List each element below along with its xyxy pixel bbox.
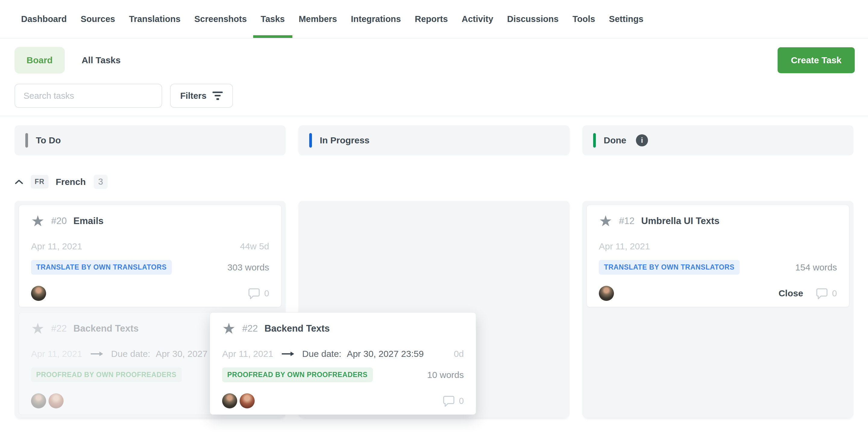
nav-item-translations[interactable]: Translations bbox=[129, 0, 181, 38]
star-icon[interactable]: ★ bbox=[31, 214, 44, 228]
avatar bbox=[49, 393, 64, 408]
comment-icon bbox=[247, 287, 260, 299]
nav-item-discussions[interactable]: Discussions bbox=[507, 0, 559, 38]
task-title: Backend Texts bbox=[73, 323, 139, 334]
star-icon: ★ bbox=[31, 322, 44, 336]
search-row: Filters bbox=[0, 73, 868, 108]
task-title: Backend Texts bbox=[265, 323, 330, 334]
task-id: #22 bbox=[242, 323, 258, 334]
word-count: 303 words bbox=[227, 262, 269, 273]
task-card-umbrella[interactable]: ★ #12 Umbrella UI Texts Apr 11, 2021 TRA… bbox=[587, 205, 849, 307]
avatar bbox=[240, 393, 255, 408]
task-id: #20 bbox=[51, 216, 67, 227]
task-id: #22 bbox=[51, 323, 67, 334]
word-count: 154 words bbox=[795, 262, 837, 273]
column-label: In Progress bbox=[320, 135, 370, 145]
close-action[interactable]: Close bbox=[778, 288, 803, 299]
task-duration: 0d bbox=[454, 349, 464, 359]
nav-item-activity[interactable]: Activity bbox=[462, 0, 493, 38]
filter-icon bbox=[213, 92, 223, 100]
language-code-badge: FR bbox=[31, 175, 49, 189]
word-count: 10 words bbox=[427, 370, 464, 380]
column-header-todo: To Do bbox=[14, 125, 286, 156]
comments[interactable]: 0 bbox=[442, 395, 464, 407]
assignee-avatars bbox=[222, 393, 255, 408]
in-progress-color-bar bbox=[309, 133, 312, 147]
column-headers: To Do In Progress Done i bbox=[0, 116, 868, 156]
tab-board[interactable]: Board bbox=[14, 47, 65, 73]
nav-item-screenshots[interactable]: Screenshots bbox=[194, 0, 247, 38]
task-date: Apr 11, 2021 bbox=[31, 241, 82, 251]
task-date: Apr 11, 2021 bbox=[31, 349, 82, 359]
arrow-right-icon bbox=[90, 351, 103, 357]
task-duration: 44w 5d bbox=[240, 241, 269, 251]
info-icon[interactable]: i bbox=[636, 134, 648, 146]
column-header-done: Done i bbox=[582, 125, 854, 156]
task-title: Umbrella UI Texts bbox=[641, 216, 720, 227]
todo-color-bar bbox=[25, 133, 28, 147]
avatar bbox=[222, 393, 237, 408]
language-group-row: FR French 3 bbox=[0, 156, 868, 189]
filters-label: Filters bbox=[180, 91, 207, 101]
language-name: French bbox=[56, 177, 86, 187]
task-type-badge: PROOFREAD BY OWN PROOFREADERS bbox=[222, 367, 373, 382]
comments[interactable]: 0 bbox=[815, 287, 837, 299]
task-id: #12 bbox=[619, 216, 635, 227]
search-input[interactable] bbox=[14, 84, 162, 108]
task-type-badge: TRANSLATE BY OWN TRANSLATORS bbox=[31, 260, 172, 275]
task-card-backend-dragged[interactable]: ★ #22 Backend Texts Apr 11, 2021 Due dat… bbox=[210, 312, 476, 415]
nav-item-settings[interactable]: Settings bbox=[609, 0, 644, 38]
chevron-up-icon[interactable] bbox=[14, 179, 24, 185]
assignee-avatars bbox=[31, 286, 46, 301]
nav-item-tools[interactable]: Tools bbox=[572, 0, 595, 38]
top-nav: Dashboard Sources Translations Screensho… bbox=[0, 0, 868, 39]
avatar bbox=[599, 286, 614, 301]
comments[interactable]: 0 bbox=[247, 287, 269, 299]
due-date-label: Due date: bbox=[111, 349, 150, 359]
nav-item-sources[interactable]: Sources bbox=[81, 0, 115, 38]
avatar bbox=[31, 286, 46, 301]
nav-item-integrations[interactable]: Integrations bbox=[351, 0, 401, 38]
column-label: To Do bbox=[36, 135, 61, 145]
comment-count: 0 bbox=[832, 289, 837, 299]
comment-count: 0 bbox=[459, 396, 464, 406]
lane-done: ★ #12 Umbrella UI Texts Apr 11, 2021 TRA… bbox=[582, 201, 854, 418]
nav-item-tasks[interactable]: Tasks bbox=[261, 0, 285, 38]
due-date-label: Due date: bbox=[302, 349, 341, 359]
star-icon[interactable]: ★ bbox=[222, 322, 236, 336]
task-date: Apr 11, 2021 bbox=[599, 241, 650, 251]
task-date: Apr 11, 2021 bbox=[222, 349, 273, 359]
board-lanes: ★ #20 Emails Apr 11, 2021 44w 5d TRANSLA… bbox=[14, 201, 854, 418]
comment-count: 0 bbox=[264, 289, 269, 299]
nav-item-reports[interactable]: Reports bbox=[415, 0, 448, 38]
assignee-avatars bbox=[31, 393, 64, 408]
task-title: Emails bbox=[73, 216, 104, 227]
task-type-badge: TRANSLATE BY OWN TRANSLATORS bbox=[599, 260, 740, 275]
tab-all-tasks[interactable]: All Tasks bbox=[82, 55, 121, 65]
filters-button[interactable]: Filters bbox=[170, 84, 233, 108]
nav-item-members[interactable]: Members bbox=[299, 0, 337, 38]
column-header-in-progress: In Progress bbox=[299, 125, 569, 156]
comment-icon bbox=[442, 395, 455, 407]
task-card-emails[interactable]: ★ #20 Emails Apr 11, 2021 44w 5d TRANSLA… bbox=[19, 205, 281, 307]
assignee-avatars bbox=[599, 286, 614, 301]
arrow-right-icon bbox=[281, 351, 294, 357]
nav-item-dashboard[interactable]: Dashboard bbox=[21, 0, 67, 38]
star-icon[interactable]: ★ bbox=[599, 214, 613, 228]
avatar bbox=[31, 393, 46, 408]
due-date-value: Apr 30, 2027 23:59 bbox=[347, 349, 424, 359]
task-type-badge: PROOFREAD BY OWN PROOFREADERS bbox=[31, 367, 182, 382]
create-task-button[interactable]: Create Task bbox=[778, 47, 855, 73]
view-tabs-row: Board All Tasks Create Task bbox=[0, 39, 868, 73]
comment-icon bbox=[815, 287, 828, 299]
task-count-badge: 3 bbox=[94, 175, 107, 189]
done-color-bar bbox=[593, 133, 596, 147]
column-label: Done bbox=[604, 135, 626, 145]
